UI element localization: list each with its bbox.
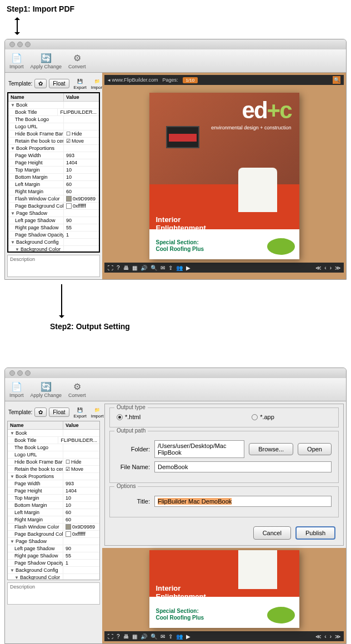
prop-row[interactable]: Hide Book Frame Bar☐ Hide [8,130,99,138]
next-icon[interactable]: › [330,633,332,640]
prop-row[interactable]: Flash Window Color 0x9D9989 [8,195,99,203]
import-template-button[interactable]: 📁 Import [91,77,104,90]
prop-row[interactable]: Left page Shadow 90 [8,217,99,224]
prop-row[interactable]: ▼Background Color [8,574,99,580]
prop-row[interactable]: Flash Window Color 0x9D9989 [8,524,99,531]
prop-row[interactable]: Page Shadow Opacity 1 [8,232,99,239]
last-icon[interactable]: ≫ [335,633,340,640]
import-button[interactable]: 📄 Import [9,53,24,69]
prop-row[interactable]: Right page Shadow 55 [8,224,99,232]
publish-button[interactable]: Publish [295,526,335,540]
prop-row[interactable]: Bottom Margin 10 [8,174,99,181]
prop-row[interactable]: ▼Book [8,430,99,437]
mail-icon[interactable]: ✉ [161,265,165,271]
prop-row[interactable]: Book Title FLIPBUILDER... [8,109,99,116]
prop-row[interactable]: Page Shadow Opacity 1 [8,560,99,567]
fullscreen-icon[interactable]: ⛶ [108,265,113,271]
prop-row[interactable]: Top Margin 10 [8,495,99,502]
convert-button[interactable]: ⚙ Convert [68,381,86,398]
prop-row[interactable]: ▼Page Shadow [8,538,99,545]
min-dot[interactable] [17,370,23,376]
prop-row[interactable]: Page Background Color 0xffffff [8,531,99,538]
checkbox-icon[interactable]: ☐ [66,459,70,465]
zoom-dot[interactable] [25,42,31,47]
checkbox-icon[interactable]: ☐ [66,131,71,137]
prop-row[interactable]: Right page Shadow 55 [8,552,99,560]
prop-row[interactable]: Page Background Color 0xffffff [8,203,99,210]
import-button[interactable]: 📄 Import [9,381,24,398]
share-icon[interactable]: ⇪ [168,265,173,271]
prop-row[interactable]: Book Title FLIPBUILDER... [8,437,99,444]
template-name-button[interactable]: Float [49,407,69,417]
zoom-icon[interactable]: 🔍 [151,633,157,640]
radio-app[interactable]: *.app [252,414,274,420]
prop-row[interactable]: Bottom Margin 10 [8,502,99,509]
prev-icon[interactable]: ‹ [324,633,326,640]
prop-row[interactable]: ▼Book [8,102,99,109]
close-dot[interactable] [9,370,15,376]
prop-row[interactable]: Left page Shadow 90 [8,545,99,552]
first-icon[interactable]: ≪ [315,265,321,271]
import-template-button[interactable]: 📁 Import [91,406,104,419]
prop-row[interactable]: Page Height 1404 [8,159,99,167]
social-icon[interactable]: 👥 [176,265,183,271]
export-template-button[interactable]: 💾 Export [74,77,87,90]
zoom-icon[interactable]: 🔍 [151,265,157,271]
prop-row[interactable]: Logo URL [8,123,99,130]
thumbs-icon[interactable]: ▦ [132,633,137,640]
prop-row[interactable]: ▼Background Color [8,246,99,251]
prop-row[interactable]: The Book Logo [8,116,99,123]
title-input[interactable]: FlipBuilder Mac DemoBook [154,496,332,507]
sound-icon[interactable]: 🔊 [141,265,147,271]
prop-row[interactable]: Right Margin 60 [8,516,99,524]
prop-row[interactable]: Top Margin 10 [8,167,99,174]
prop-row[interactable]: ▼Book Proportions [8,473,99,480]
sound-icon[interactable]: 🔊 [141,633,147,640]
browse-button[interactable]: Browse... [249,443,293,455]
prev-icon[interactable]: ‹ [324,265,326,271]
prop-row[interactable]: Right Margin 60 [8,188,99,195]
prop-row[interactable]: Left Margin 60 [8,181,99,188]
filename-input[interactable]: DemoBook [154,461,332,472]
close-dot[interactable] [9,42,15,47]
prop-row[interactable]: Page Width 993 [8,480,99,487]
zoom-dot[interactable] [25,370,31,376]
radio-html[interactable]: *.html [117,414,141,420]
cancel-button[interactable]: Cancel [253,526,291,540]
play-icon[interactable]: ▶ [186,633,190,640]
checkbox-icon[interactable]: ☑ [66,138,71,144]
last-icon[interactable]: ≫ [335,265,340,271]
magazine-cover[interactable]: ed+c environmental design + construction… [149,93,299,259]
prop-row[interactable]: Retain the book to center☑ Move [8,466,99,473]
print-icon[interactable]: 🖶 [123,265,129,271]
search-icon[interactable]: 🔍 [333,76,340,84]
first-icon[interactable]: ≪ [315,633,321,640]
mail-icon[interactable]: ✉ [161,633,165,640]
template-name-button[interactable]: Float [49,79,69,88]
min-dot[interactable] [17,42,23,47]
share-icon[interactable]: ⇪ [168,633,173,640]
prop-row[interactable]: Page Height 1404 [8,487,99,495]
apply-change-button[interactable]: 🔄 Apply Change [31,381,62,398]
help-icon[interactable]: ? [117,633,120,640]
gear-button[interactable]: ✿ [34,79,47,88]
thumbs-icon[interactable]: ▦ [132,265,137,271]
social-icon[interactable]: 👥 [176,633,183,640]
print-icon[interactable]: 🖶 [123,633,129,640]
prop-row[interactable]: ▼Page Shadow [8,210,99,217]
page-indicator[interactable]: 1/10 [183,77,198,83]
folder-input[interactable]: /Users/user/Desktop/Mac FlipBook [154,440,244,458]
open-button[interactable]: Open [298,443,332,455]
help-icon[interactable]: ? [117,265,120,271]
play-icon[interactable]: ▶ [186,265,190,271]
magazine-cover-2[interactable]: InteriorEnlightenment Special Section:Co… [149,550,299,628]
prop-row[interactable]: Logo URL [8,451,99,459]
prop-row[interactable]: ▼Background Config [8,239,99,246]
convert-button[interactable]: ⚙ Convert [68,53,86,69]
checkbox-icon[interactable]: ☑ [66,466,70,472]
prop-row[interactable]: Retain the book to center☑ Move [8,138,99,145]
prop-row[interactable]: Page Width 993 [8,152,99,159]
export-template-button[interactable]: 💾 Export [74,406,87,419]
gear-button[interactable]: ✿ [34,407,47,417]
apply-change-button[interactable]: 🔄 Apply Change [31,53,62,69]
